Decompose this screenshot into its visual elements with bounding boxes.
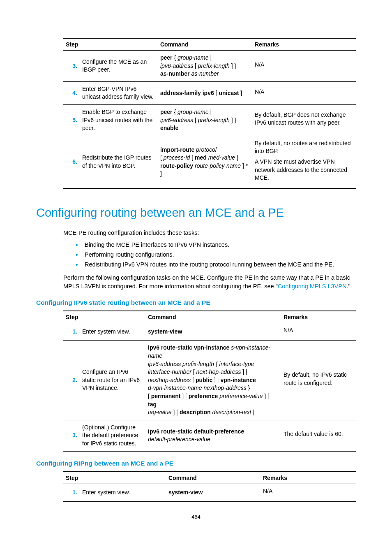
th-step: Step [63,38,158,51]
table3-body: 1.Enter system view.system-viewN/A [63,484,356,502]
remarks-cell: By default, BGP does not exchange IPv6 u… [252,104,356,136]
command-cell: address-family ipv6 [ unicast ] [158,81,252,104]
config-note-paragraph: Perform the following configuration task… [63,273,356,291]
subheading-ripng: Configuring RIPng between an MCE and a P… [36,460,356,467]
step-number: 1. [63,323,80,341]
step-number: 6. [63,136,80,188]
command-cell: system-view [145,323,281,341]
remarks-cell: By default, no routes are redistributed … [252,136,356,188]
subheading-ipv6-static: Configuring IPv6 static routing between … [36,299,356,306]
step-description: Configure the MCE as an IBGP peer. [80,51,158,82]
step-number: 3. [63,51,80,82]
th-step: Step [63,311,145,323]
command-cell: ipv6 route-static default-preferencedefa… [145,420,281,451]
th-command: Command [166,472,261,484]
bullet-item: Binding the MCE-PE interfaces to IPv6 VP… [76,241,356,248]
config-table-1: Step Command Remarks 3.Configure the MCE… [63,38,356,189]
table1-body: 3.Configure the MCE as an IBGP peer.peer… [63,51,356,188]
link-configuring-mpls-l3vpn[interactable]: Configuring MPLS L3VPN [278,283,347,290]
remarks-cell: N/A [252,81,356,104]
table2-body: 1.Enter system view.system-viewN/A2.Conf… [63,323,356,451]
th-command: Command [158,38,252,51]
step-number: 4. [63,81,80,104]
bullet-item: Redistributing IPv6 VPN routes into the … [76,261,356,268]
step-description: Enter system view. [80,484,166,502]
command-cell: peer { group-name | ipv6-address [ prefi… [158,51,252,82]
th-remarks: Remarks [261,472,356,484]
step-description: Enable BGP to exchange IPv6 unicast rout… [80,104,158,136]
th-step: Step [63,472,166,484]
para-text: ." [346,283,350,290]
config-table-3: Step Command Remarks 1.Enter system view… [63,471,356,502]
th-command: Command [145,311,281,323]
step-number: 1. [63,484,80,502]
step-number: 2. [63,341,80,420]
remarks-cell: By default, no IPv6 static route is conf… [281,341,356,420]
remarks-cell: N/A [261,484,356,502]
th-remarks: Remarks [252,38,356,51]
step-number: 3. [63,420,80,451]
remarks-cell: The default value is 60. [281,420,356,451]
section-heading: Configuring routing between an MCE and a… [36,206,356,220]
step-description: (Optional.) Configure the default prefer… [80,420,145,451]
command-cell: import-route protocol[ process-id [ med … [158,136,252,188]
remarks-cell: N/A [281,323,356,341]
page-number: 464 [36,514,356,520]
step-description: Redistribute the IGP routes of the VPN i… [80,136,158,188]
command-cell: peer { group-name | ipv6-address [ prefi… [158,104,252,136]
command-cell: ipv6 route-static vpn-instance s-vpn-ins… [145,341,281,420]
step-description: Enter system view. [80,323,145,341]
task-bullets: Binding the MCE-PE interfaces to IPv6 VP… [76,241,356,268]
config-table-2: Step Command Remarks 1.Enter system view… [63,311,356,452]
step-description: Configure an IPv6 static route for an IP… [80,341,145,420]
intro-line: MCE-PE routing configuration includes th… [63,229,356,237]
bullet-item: Performing routing configurations. [76,251,356,258]
step-description: Enter BGP-VPN IPv6 unicast address famil… [80,81,158,104]
remarks-cell: N/A [252,51,356,82]
th-remarks: Remarks [281,311,356,323]
command-cell: system-view [166,484,261,502]
step-number: 5. [63,104,80,136]
